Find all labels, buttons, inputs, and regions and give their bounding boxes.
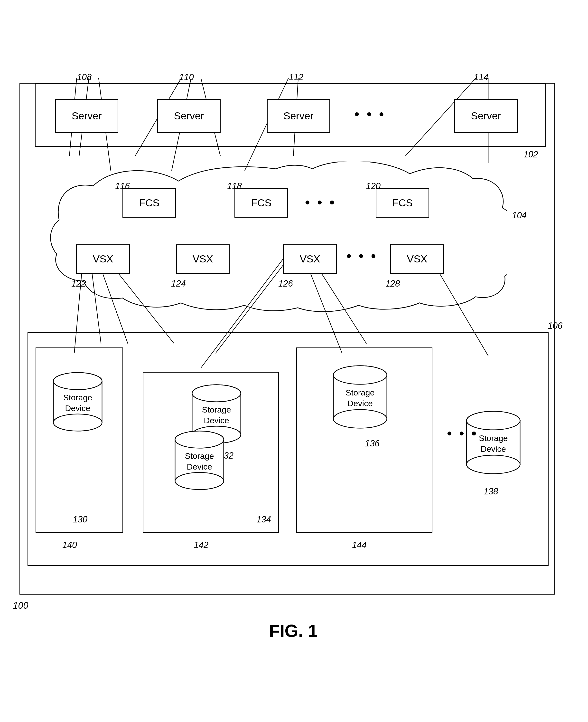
main-system-box: Server Server Server Server 108 110 112 … [20, 83, 555, 595]
fcs-dots: • • • [305, 195, 336, 210]
ref-110: 110 [179, 72, 194, 82]
diagram: Server Server Server Server 108 110 112 … [20, 15, 567, 660]
ref-140: 140 [62, 540, 77, 550]
ref-142: 142 [194, 540, 208, 550]
ref-130: 130 [73, 515, 87, 525]
storage-group-144: StorageDevice 136 [296, 347, 433, 533]
server-114: Server [454, 99, 518, 133]
ref-102: 102 [524, 149, 538, 160]
svg-point-30 [175, 431, 224, 448]
vsx-dots: • • • [346, 248, 378, 264]
storage-group-140: StorageDevice 130 [36, 347, 123, 533]
storage-device-138: StorageDevice [462, 406, 525, 479]
storage-device-134: StorageDevice [170, 426, 229, 495]
ref-114: 114 [474, 72, 488, 82]
figure-label: FIG. 1 [269, 621, 318, 641]
ref-108: 108 [77, 72, 91, 82]
server-dots: • • • [355, 106, 386, 122]
storage-area: StorageDevice 130 140 StorageDevice [27, 332, 549, 566]
ref-120: 120 [366, 181, 381, 191]
vsx-122: VSX [76, 244, 130, 274]
fcs-118: FCS [234, 188, 288, 218]
ref-134: 134 [256, 515, 271, 525]
storage-device-130: StorageDevice [48, 368, 107, 436]
svg-point-21 [53, 414, 102, 431]
svg-point-33 [333, 409, 387, 428]
ref-136: 136 [365, 438, 380, 448]
vsx-124: VSX [176, 244, 230, 274]
ref-116: 116 [115, 181, 130, 191]
server-108: Server [55, 99, 118, 133]
ref-112: 112 [289, 72, 303, 82]
server-112: Server [267, 99, 330, 133]
ref-118: 118 [227, 181, 242, 191]
ref-138: 138 [484, 486, 498, 497]
ref-106: 106 [548, 321, 563, 331]
fcs-120: FCS [376, 188, 429, 218]
ref-122: 122 [71, 279, 86, 289]
vsx-128: VSX [390, 244, 444, 274]
ref-124: 124 [171, 279, 186, 289]
server-cluster: Server Server Server Server 108 110 112 … [35, 84, 546, 147]
ref-104: 104 [512, 210, 527, 221]
storage-group-142: StorageDevice 132 StorageDevice 134 [143, 372, 279, 533]
ref-128: 128 [385, 279, 400, 289]
storage-dots: • • • [447, 425, 478, 441]
storage-device-136: StorageDevice [329, 360, 392, 434]
ref-144: 144 [352, 540, 367, 550]
svg-point-37 [466, 455, 520, 474]
fcs-116: FCS [123, 188, 176, 218]
ref-100: 100 [13, 600, 28, 611]
svg-point-26 [192, 385, 241, 402]
svg-point-29 [175, 473, 224, 489]
fc-fabric: FCS FCS FCS • • • VSX VSX VSX VSX [45, 162, 507, 313]
svg-point-34 [333, 366, 387, 384]
svg-point-22 [53, 373, 102, 389]
server-110: Server [157, 99, 220, 133]
vsx-126: VSX [283, 244, 337, 274]
ref-126: 126 [278, 279, 293, 289]
